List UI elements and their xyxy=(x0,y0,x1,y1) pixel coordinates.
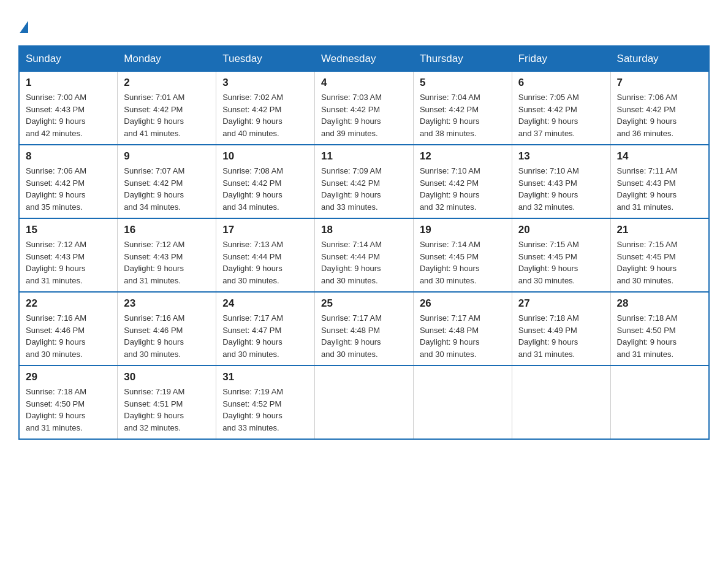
calendar-cell: 22 Sunrise: 7:16 AM Sunset: 4:46 PM Dayl… xyxy=(19,292,118,366)
day-info: Sunrise: 7:17 AM Sunset: 4:47 PM Dayligh… xyxy=(222,312,308,360)
day-info: Sunrise: 7:06 AM Sunset: 4:42 PM Dayligh… xyxy=(617,91,702,139)
day-info: Sunrise: 7:10 AM Sunset: 4:42 PM Dayligh… xyxy=(420,165,506,213)
logo-arrow-icon xyxy=(20,21,28,33)
day-info: Sunrise: 7:12 AM Sunset: 4:43 PM Dayligh… xyxy=(124,239,210,286)
calendar-cell: 8 Sunrise: 7:06 AM Sunset: 4:42 PM Dayli… xyxy=(19,145,118,218)
day-number: 18 xyxy=(321,224,407,236)
week-row-3: 15 Sunrise: 7:12 AM Sunset: 4:43 PM Dayl… xyxy=(19,218,709,292)
day-number: 9 xyxy=(124,150,210,163)
week-row-1: 1 Sunrise: 7:00 AM Sunset: 4:43 PM Dayli… xyxy=(19,72,709,145)
day-number: 21 xyxy=(617,224,702,236)
day-number: 27 xyxy=(518,297,604,310)
calendar-cell: 25 Sunrise: 7:17 AM Sunset: 4:48 PM Dayl… xyxy=(315,292,414,366)
week-row-2: 8 Sunrise: 7:06 AM Sunset: 4:42 PM Dayli… xyxy=(19,145,709,218)
day-info: Sunrise: 7:01 AM Sunset: 4:42 PM Dayligh… xyxy=(124,91,210,139)
weekday-header-thursday: Thursday xyxy=(413,46,512,72)
calendar-cell: 10 Sunrise: 7:08 AM Sunset: 4:42 PM Dayl… xyxy=(216,145,315,218)
day-number: 23 xyxy=(124,297,210,310)
calendar-cell xyxy=(512,366,610,439)
day-info: Sunrise: 7:15 AM Sunset: 4:45 PM Dayligh… xyxy=(518,239,604,286)
calendar-cell xyxy=(315,366,414,439)
calendar-cell: 11 Sunrise: 7:09 AM Sunset: 4:42 PM Dayl… xyxy=(315,145,414,218)
weekday-header-tuesday: Tuesday xyxy=(216,46,315,72)
day-number: 8 xyxy=(26,150,111,163)
calendar-cell: 12 Sunrise: 7:10 AM Sunset: 4:42 PM Dayl… xyxy=(413,145,512,218)
day-info: Sunrise: 7:06 AM Sunset: 4:42 PM Dayligh… xyxy=(26,165,111,213)
day-info: Sunrise: 7:16 AM Sunset: 4:46 PM Dayligh… xyxy=(26,312,111,360)
calendar-cell: 21 Sunrise: 7:15 AM Sunset: 4:45 PM Dayl… xyxy=(610,218,709,292)
calendar-cell: 9 Sunrise: 7:07 AM Sunset: 4:42 PM Dayli… xyxy=(118,145,216,218)
day-info: Sunrise: 7:18 AM Sunset: 4:50 PM Dayligh… xyxy=(26,386,111,434)
day-number: 6 xyxy=(518,77,604,89)
day-number: 26 xyxy=(420,297,506,310)
calendar-cell xyxy=(610,366,709,439)
calendar-cell: 1 Sunrise: 7:00 AM Sunset: 4:43 PM Dayli… xyxy=(19,72,118,145)
day-number: 3 xyxy=(222,77,308,89)
calendar-cell: 17 Sunrise: 7:13 AM Sunset: 4:44 PM Dayl… xyxy=(216,218,315,292)
calendar-cell xyxy=(413,366,512,439)
day-number: 17 xyxy=(222,224,308,236)
weekday-header-saturday: Saturday xyxy=(610,46,709,72)
day-number: 10 xyxy=(222,150,308,163)
day-info: Sunrise: 7:17 AM Sunset: 4:48 PM Dayligh… xyxy=(321,312,407,360)
calendar-cell: 27 Sunrise: 7:18 AM Sunset: 4:49 PM Dayl… xyxy=(512,292,610,366)
weekday-header-sunday: Sunday xyxy=(19,46,118,72)
calendar-cell: 30 Sunrise: 7:19 AM Sunset: 4:51 PM Dayl… xyxy=(118,366,216,439)
day-number: 5 xyxy=(420,77,506,89)
day-info: Sunrise: 7:09 AM Sunset: 4:42 PM Dayligh… xyxy=(321,165,407,213)
day-info: Sunrise: 7:11 AM Sunset: 4:43 PM Dayligh… xyxy=(617,165,702,213)
logo xyxy=(18,18,28,33)
day-info: Sunrise: 7:08 AM Sunset: 4:42 PM Dayligh… xyxy=(222,165,308,213)
day-number: 29 xyxy=(26,371,111,383)
day-number: 1 xyxy=(26,77,111,89)
day-info: Sunrise: 7:00 AM Sunset: 4:43 PM Dayligh… xyxy=(26,91,111,139)
week-row-5: 29 Sunrise: 7:18 AM Sunset: 4:50 PM Dayl… xyxy=(19,366,709,439)
day-info: Sunrise: 7:07 AM Sunset: 4:42 PM Dayligh… xyxy=(124,165,210,213)
day-number: 20 xyxy=(518,224,604,236)
calendar-cell: 16 Sunrise: 7:12 AM Sunset: 4:43 PM Dayl… xyxy=(118,218,216,292)
week-row-4: 22 Sunrise: 7:16 AM Sunset: 4:46 PM Dayl… xyxy=(19,292,709,366)
day-number: 4 xyxy=(321,77,407,89)
day-info: Sunrise: 7:14 AM Sunset: 4:44 PM Dayligh… xyxy=(321,239,407,286)
calendar-cell: 4 Sunrise: 7:03 AM Sunset: 4:42 PM Dayli… xyxy=(315,72,414,145)
calendar-cell: 5 Sunrise: 7:04 AM Sunset: 4:42 PM Dayli… xyxy=(413,72,512,145)
calendar-cell: 15 Sunrise: 7:12 AM Sunset: 4:43 PM Dayl… xyxy=(19,218,118,292)
day-info: Sunrise: 7:10 AM Sunset: 4:43 PM Dayligh… xyxy=(518,165,604,213)
weekday-header-monday: Monday xyxy=(118,46,216,72)
calendar-cell: 18 Sunrise: 7:14 AM Sunset: 4:44 PM Dayl… xyxy=(315,218,414,292)
day-number: 14 xyxy=(617,150,702,163)
day-number: 16 xyxy=(124,224,210,236)
calendar-cell: 24 Sunrise: 7:17 AM Sunset: 4:47 PM Dayl… xyxy=(216,292,315,366)
calendar-cell: 28 Sunrise: 7:18 AM Sunset: 4:50 PM Dayl… xyxy=(610,292,709,366)
day-info: Sunrise: 7:18 AM Sunset: 4:49 PM Dayligh… xyxy=(518,312,604,360)
calendar-cell: 3 Sunrise: 7:02 AM Sunset: 4:42 PM Dayli… xyxy=(216,72,315,145)
day-number: 22 xyxy=(26,297,111,310)
day-number: 2 xyxy=(124,77,210,89)
weekday-header-row: SundayMondayTuesdayWednesdayThursdayFrid… xyxy=(19,46,709,72)
calendar-cell: 2 Sunrise: 7:01 AM Sunset: 4:42 PM Dayli… xyxy=(118,72,216,145)
day-number: 13 xyxy=(518,150,604,163)
weekday-header-friday: Friday xyxy=(512,46,610,72)
day-number: 15 xyxy=(26,224,111,236)
day-info: Sunrise: 7:18 AM Sunset: 4:50 PM Dayligh… xyxy=(617,312,702,360)
day-info: Sunrise: 7:04 AM Sunset: 4:42 PM Dayligh… xyxy=(420,91,506,139)
day-number: 12 xyxy=(420,150,506,163)
day-info: Sunrise: 7:05 AM Sunset: 4:42 PM Dayligh… xyxy=(518,91,604,139)
calendar-cell: 23 Sunrise: 7:16 AM Sunset: 4:46 PM Dayl… xyxy=(118,292,216,366)
day-number: 28 xyxy=(617,297,702,310)
day-number: 31 xyxy=(222,371,308,383)
day-info: Sunrise: 7:13 AM Sunset: 4:44 PM Dayligh… xyxy=(222,239,308,286)
day-number: 30 xyxy=(124,371,210,383)
day-info: Sunrise: 7:19 AM Sunset: 4:51 PM Dayligh… xyxy=(124,386,210,434)
day-number: 24 xyxy=(222,297,308,310)
day-number: 11 xyxy=(321,150,407,163)
day-info: Sunrise: 7:12 AM Sunset: 4:43 PM Dayligh… xyxy=(26,239,111,286)
day-info: Sunrise: 7:03 AM Sunset: 4:42 PM Dayligh… xyxy=(321,91,407,139)
calendar-cell: 7 Sunrise: 7:06 AM Sunset: 4:42 PM Dayli… xyxy=(610,72,709,145)
calendar-cell: 26 Sunrise: 7:17 AM Sunset: 4:48 PM Dayl… xyxy=(413,292,512,366)
weekday-header-wednesday: Wednesday xyxy=(315,46,414,72)
day-number: 25 xyxy=(321,297,407,310)
day-info: Sunrise: 7:15 AM Sunset: 4:45 PM Dayligh… xyxy=(617,239,702,286)
day-info: Sunrise: 7:02 AM Sunset: 4:42 PM Dayligh… xyxy=(222,91,308,139)
calendar-cell: 29 Sunrise: 7:18 AM Sunset: 4:50 PM Dayl… xyxy=(19,366,118,439)
